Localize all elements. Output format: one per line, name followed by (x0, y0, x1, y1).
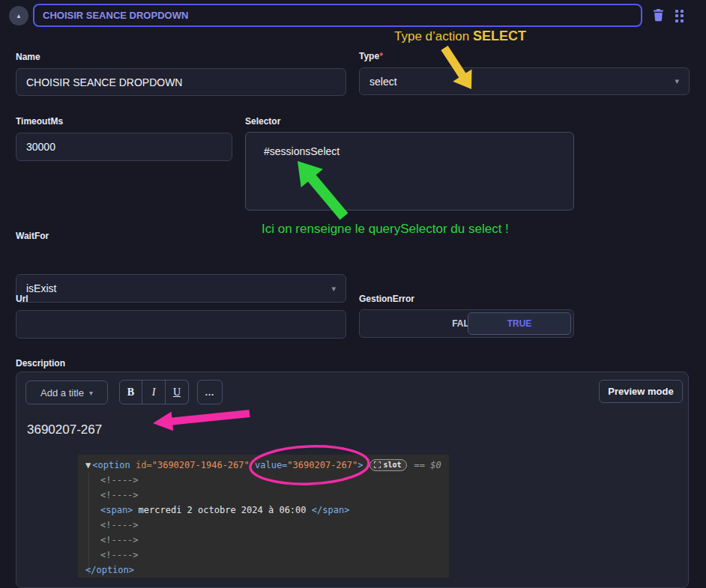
devtools-code-snippet: ▼<option id="3690207-1946-267" value="36… (78, 455, 449, 578)
waitfor-select[interactable]: isExist ▾ (16, 274, 346, 303)
code-token-tag: </option> (85, 565, 134, 575)
drag-dot-icon (675, 10, 678, 13)
timeout-input[interactable] (16, 133, 232, 161)
collapse-triangle-icon: ▲ (16, 13, 22, 19)
timeout-label: TimeoutMs (16, 116, 63, 127)
name-label: Name (16, 52, 40, 62)
delete-action-button[interactable] (651, 8, 666, 23)
ellipsis-icon: … (205, 387, 215, 398)
add-title-dropdown[interactable]: Add a title ▾ (25, 381, 108, 404)
code-lines: ▼<option id="3690207-1946-267" value="36… (85, 458, 449, 578)
url-input[interactable] (16, 310, 346, 339)
code-token-eq: == (414, 460, 431, 470)
name-input[interactable] (16, 68, 346, 96)
code-token-str: "3690207-267" (287, 460, 357, 470)
url-label: Url (16, 294, 28, 304)
type-annotation: Type d’action SELECT (394, 28, 526, 44)
code-token-tag: </span> (312, 505, 350, 515)
drag-dot-icon (675, 14, 678, 17)
description-label: Description (16, 358, 65, 369)
drag-dot-icon (681, 10, 684, 13)
code-token-comment: <!----> (100, 520, 139, 530)
chevron-down-icon: ▾ (675, 76, 679, 86)
type-label: Type* (359, 51, 383, 61)
gestion-error-label: GestionError (359, 294, 414, 304)
bold-button[interactable]: B (119, 380, 142, 404)
code-token-comment: <!----> (100, 490, 139, 500)
code-token-tag: <span> (100, 505, 133, 515)
code-token-comment: <!----> (100, 475, 139, 485)
gestion-error-toggle: FALSE TRUE (359, 309, 574, 338)
type-select[interactable]: select ▾ (359, 67, 690, 95)
code-token-attrb: value= (250, 460, 288, 470)
more-options-button[interactable]: … (197, 380, 223, 404)
action-title-input[interactable] (33, 4, 642, 27)
code-token-dollar: $0 (430, 460, 441, 470)
code-token-disc: ▼ (85, 460, 91, 470)
gestion-error-true-button[interactable]: TRUE (468, 312, 571, 335)
required-asterisk: * (379, 51, 383, 61)
selector-label: Selector (245, 116, 280, 127)
code-token-comment: <!----> (100, 535, 139, 545)
drag-handle[interactable] (675, 9, 685, 22)
description-text: 3690207-267 (27, 422, 102, 437)
drag-dot-icon (681, 14, 684, 17)
italic-button[interactable]: I (142, 380, 166, 404)
code-token-comment: <!----> (100, 550, 139, 560)
underline-button[interactable]: U (166, 380, 189, 404)
selector-textarea[interactable]: #sessionsSelect (245, 132, 574, 210)
code-token-badge: slot (369, 459, 407, 471)
code-token-attr: id= (130, 460, 152, 470)
selector-annotation: Ici on renseigne le querySelector du sel… (262, 222, 509, 237)
preview-mode-button[interactable]: Preview mode (599, 380, 683, 403)
waitfor-label: WaitFor (16, 231, 49, 241)
drag-dot-icon (681, 19, 684, 22)
trash-icon (652, 8, 665, 22)
chevron-down-icon: ▾ (331, 284, 336, 294)
code-token-tag: > (357, 460, 363, 470)
collapse-action-button[interactable]: ▲ (9, 6, 28, 25)
chevron-down-icon: ▾ (89, 389, 93, 397)
description-editor: Add a title ▾ B I U … Preview mode 36902… (16, 372, 689, 588)
code-token-str: "3690207-1946-267" (152, 460, 250, 470)
drag-dot-icon (675, 19, 678, 22)
format-button-group: B I U (119, 380, 189, 404)
code-token-text: mercredi 2 octobre 2024 à 06:00 (133, 505, 311, 515)
code-token-tag: <option (92, 460, 130, 470)
